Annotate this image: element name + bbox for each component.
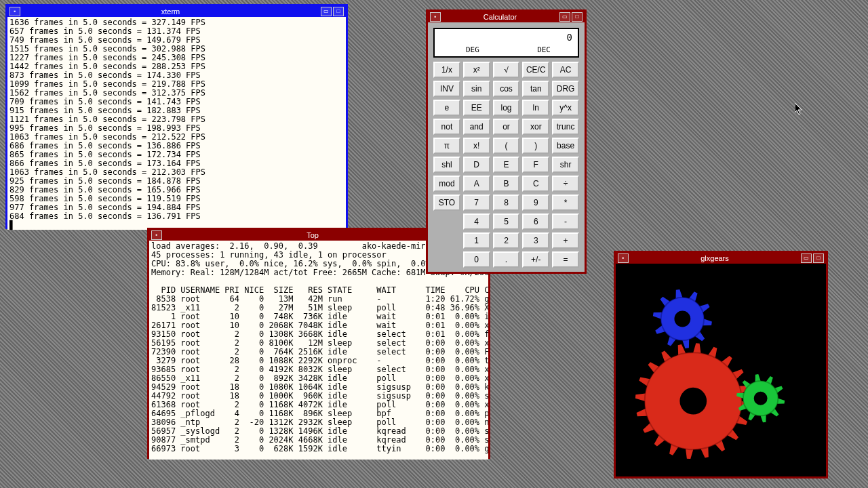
- gears-titlebar[interactable]: ▪ glxgears ▭ □: [616, 253, 826, 264]
- calc-key-4[interactable]: 4: [463, 214, 490, 230]
- calc-key-[interactable]: ): [522, 138, 549, 154]
- calc-key-e[interactable]: E: [493, 157, 520, 173]
- calc-key-b[interactable]: B: [493, 176, 520, 192]
- calc-key-ln[interactable]: ln: [522, 100, 549, 116]
- calc-key-[interactable]: =: [552, 251, 579, 268]
- gears-title: glxgears: [629, 254, 800, 262]
- xterm-output[interactable]: 1636 frames in 5.0 seconds = 327.149 FPS…: [7, 17, 346, 230]
- calc-key-base[interactable]: base: [552, 138, 579, 154]
- calc-key-[interactable]: +/-: [522, 251, 549, 268]
- window-menu-icon[interactable]: ▪: [618, 253, 629, 263]
- svg-point-1: [679, 388, 707, 415]
- calculator-window[interactable]: ▪ Calculator ▭ □ 0 DEG DEC 1/xx²√CE/CACI…: [426, 9, 587, 274]
- calc-key-5[interactable]: 5: [493, 214, 520, 230]
- maximize-icon[interactable]: □: [333, 7, 344, 16]
- calc-key-f[interactable]: F: [522, 157, 549, 173]
- calc-key-sin[interactable]: sin: [463, 81, 490, 97]
- calc-key-cec[interactable]: CE/C: [522, 62, 549, 78]
- calc-key-inv[interactable]: INV: [433, 81, 460, 97]
- calc-key-[interactable]: *: [552, 195, 579, 211]
- calc-key-[interactable]: ÷: [552, 176, 579, 192]
- calc-key-trunc[interactable]: trunc: [552, 119, 579, 135]
- calc-key-x[interactable]: x!: [463, 138, 490, 154]
- calc-keypad: 1/xx²√CE/CACINVsincostanDRGeEEloglny^xno…: [431, 62, 582, 268]
- glxgears-canvas: [616, 264, 826, 476]
- calc-key-[interactable]: +: [552, 232, 579, 249]
- calc-key-c[interactable]: C: [522, 176, 549, 192]
- calc-key-mod[interactable]: mod: [433, 176, 460, 192]
- calc-key-9[interactable]: 9: [522, 195, 549, 211]
- svg-point-5: [754, 392, 768, 405]
- calc-key-log[interactable]: log: [493, 100, 520, 116]
- minimize-icon[interactable]: ▭: [321, 7, 332, 16]
- calc-key-sto[interactable]: STO: [433, 195, 460, 211]
- calc-title: Calculator: [441, 13, 559, 21]
- calc-key-xor[interactable]: xor: [522, 119, 549, 135]
- svg-point-3: [674, 311, 690, 327]
- calc-key-1[interactable]: 1: [463, 232, 490, 249]
- calc-key-1x[interactable]: 1/x: [433, 62, 460, 78]
- calc-key-shl[interactable]: shl: [433, 157, 460, 173]
- calc-key-8[interactable]: 8: [493, 195, 520, 211]
- calc-key-6[interactable]: 6: [522, 214, 549, 230]
- calc-mode-dec: DEC: [537, 45, 551, 54]
- calc-key-3[interactable]: 3: [522, 232, 549, 249]
- calc-key-ee[interactable]: EE: [463, 100, 490, 116]
- minimize-icon[interactable]: ▭: [801, 253, 812, 263]
- calc-key-7[interactable]: 7: [463, 195, 490, 211]
- calc-key-cos[interactable]: cos: [493, 81, 520, 97]
- calc-key-[interactable]: (: [493, 138, 520, 154]
- maximize-icon[interactable]: □: [813, 253, 824, 263]
- mouse-cursor-icon: [795, 103, 804, 117]
- calc-value: 0: [567, 32, 572, 43]
- calc-key-tan[interactable]: tan: [522, 81, 549, 97]
- calc-display: 0 DEG DEC: [433, 28, 579, 58]
- glxgears-window[interactable]: ▪ glxgears ▭ □: [614, 251, 828, 479]
- calc-key-shr[interactable]: shr: [552, 157, 579, 173]
- calc-key-yx[interactable]: y^x: [552, 100, 579, 116]
- calc-mode-deg: DEG: [466, 45, 479, 54]
- calc-key-[interactable]: .: [493, 251, 520, 268]
- top-title: Top: [163, 231, 462, 239]
- calc-key-drg[interactable]: DRG: [552, 81, 579, 97]
- calc-key-a[interactable]: A: [463, 176, 490, 192]
- calc-titlebar[interactable]: ▪ Calculator ▭ □: [428, 12, 585, 22]
- minimize-icon[interactable]: ▭: [559, 12, 570, 22]
- calc-key-2[interactable]: 2: [493, 232, 520, 249]
- calc-key-or[interactable]: or: [493, 119, 520, 135]
- calc-key-x[interactable]: x²: [463, 62, 490, 78]
- calc-key-e[interactable]: e: [433, 100, 460, 116]
- calc-key-ac[interactable]: AC: [552, 62, 579, 78]
- calc-key-[interactable]: √: [493, 62, 520, 78]
- calc-key-not[interactable]: not: [433, 119, 460, 135]
- calc-key-and[interactable]: and: [463, 119, 490, 135]
- maximize-icon[interactable]: □: [572, 12, 583, 22]
- xterm-title: xterm: [21, 7, 320, 16]
- xterm-window[interactable]: ▪ xterm ▭ □ 1636 frames in 5.0 seconds =…: [5, 4, 348, 229]
- calc-key-[interactable]: -: [552, 214, 579, 230]
- calc-key-0[interactable]: 0: [463, 251, 490, 268]
- calc-key-d[interactable]: D: [463, 157, 490, 173]
- window-menu-icon[interactable]: ▪: [430, 12, 441, 22]
- window-menu-icon[interactable]: ▪: [151, 230, 162, 240]
- xterm-titlebar[interactable]: ▪ xterm ▭ □: [7, 6, 346, 17]
- window-menu-icon[interactable]: ▪: [9, 7, 20, 16]
- calc-key-[interactable]: π: [433, 138, 460, 154]
